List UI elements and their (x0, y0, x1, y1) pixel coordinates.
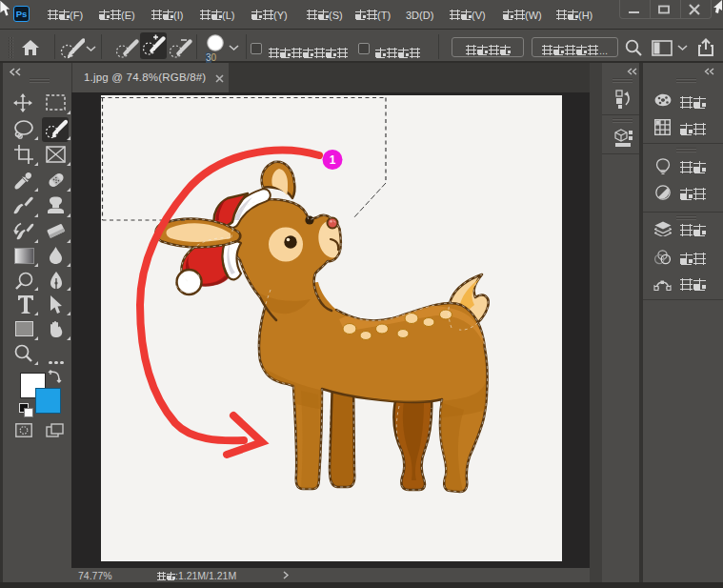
svg-text:1: 1 (330, 153, 336, 167)
